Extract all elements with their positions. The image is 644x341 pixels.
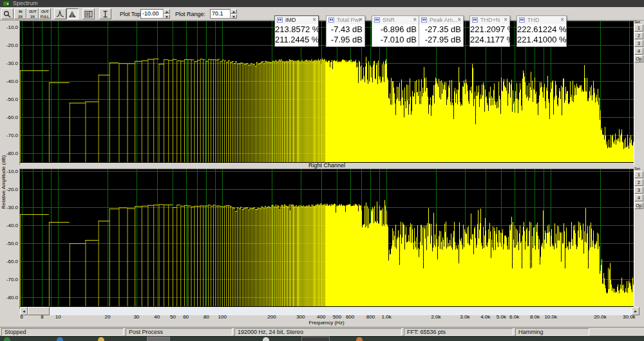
scroll-left-icon[interactable]: ◂ [20,307,28,315]
overlay-button-4[interactable]: 4 [634,194,643,201]
overlay-button-2[interactable]: 2 [634,179,643,186]
spectrum-plot-bottom[interactable] [20,169,634,306]
plot-frame-bottom [19,169,634,309]
taskbar-app-icon[interactable] [4,337,10,341]
spin-up-icon[interactable] [164,9,170,14]
taskbar-app-icon[interactable] [57,337,63,341]
y-tick-label: -30.0 [0,205,18,210]
scroll-right-icon[interactable]: ▸ [632,307,639,315]
meter-value: 221.41000 % [517,35,564,45]
magnifier-icon [2,10,13,18]
meter-window-icon [421,17,427,23]
overlay-button-2[interactable]: 2 [634,32,643,39]
bars-icon [67,10,78,18]
y-tick-label: -80.0 [0,151,18,156]
meter-title: Peak Am... [430,17,458,23]
y-tick-label: -10.0 [0,24,18,30]
solid-display-button[interactable] [66,8,79,19]
plot-overlay-panel: Set1234Op [634,166,644,210]
meter-value: 222.61224 % [517,24,564,35]
overlay-button-1[interactable]: 1 [634,24,643,32]
meter-value: -7.95 dB [327,35,363,45]
zoom-out-full-button[interactable]: OUTFULL [39,8,51,19]
meter-window-thd: THD×222.61224 %221.41000 % [516,15,567,47]
horizontal-scrollbar[interactable]: ◂ ▸ [20,307,639,315]
zoom-in-2x-button[interactable]: IN2X [14,8,26,19]
list-icon [83,10,94,18]
app-icon [3,1,10,6]
y-tick-label: -10.0 [0,169,18,174]
overlay-button-op[interactable]: Op [634,202,643,209]
plot-top-spinner[interactable] [164,9,170,19]
spin-down-icon[interactable] [231,14,237,19]
y-tick-label: -20.0 [0,187,18,192]
close-icon[interactable]: × [359,16,363,24]
meter-value: 213.8572 % [275,24,316,35]
meter-window-icon [519,17,525,23]
meter-titlebar[interactable]: SNR× [372,16,419,24]
meter-value: -27.35 dB [419,24,461,35]
overlay-button-3[interactable]: 3 [634,40,643,47]
plot-top-label: Plot Top: [120,11,142,17]
close-icon[interactable]: × [504,16,507,24]
y-tick-label: -50.0 [0,97,18,102]
marker-button[interactable] [99,8,111,19]
window-title: Spectrum [13,0,38,7]
plot-top-input[interactable]: -10.00 [140,9,164,19]
meter-value: -7.010 dB [372,35,417,45]
taskbar-app-icon[interactable] [263,337,269,341]
status-cell: FFT: 65536 pts [404,328,513,336]
y-tick-label: -20.0 [0,42,18,48]
peak-line-icon [55,10,66,18]
plot-range-label: Plot Range: [175,11,205,17]
close-icon[interactable]: × [457,16,461,24]
button-caption: IN [15,9,26,14]
meter-titlebar[interactable]: Total Pwr× [327,16,365,24]
overlay-button-op[interactable]: Op [634,55,643,62]
meter-titlebar[interactable]: IMD× [275,16,318,24]
taskbar-app-icon[interactable] [301,336,330,341]
plot-overlay-panel: Set1234Op [634,19,644,63]
status-cell: Hamming [515,328,589,336]
close-icon[interactable]: × [312,16,316,24]
meter-value: 221.2097 % [470,24,507,35]
meter-titlebar[interactable]: THD+N× [470,16,509,24]
button-caption: 2X [15,14,26,19]
meter-window-imd: IMD×213.8572 %211.2445 % [274,15,319,47]
meter-title: IMD [285,17,296,23]
spin-up-icon[interactable] [231,9,237,14]
meter-window-icon [277,17,283,23]
meter-title: SNR [383,17,395,23]
y-tick-label: -70.0 [0,277,18,282]
taskbar-app-icon[interactable] [98,337,104,341]
button-caption: FULL [39,14,50,19]
meter-window-icon [374,17,380,23]
meter-titlebar[interactable]: THD× [517,16,566,24]
y-tick-label: -40.0 [0,78,18,84]
plot-title-right-channel: Right Channel [20,163,634,169]
taskbar-app-icon[interactable] [356,337,363,341]
status-cell: Post Process [126,328,232,336]
overlay-button-1[interactable]: 1 [634,171,643,178]
plot-range-spinner[interactable] [231,9,237,19]
meter-window-peak-am-: Peak Am...×-27.35 dB-27.95 dB [419,15,464,47]
spin-down-icon[interactable] [164,14,170,19]
title-bar[interactable]: Spectrum [0,0,644,7]
status-cell: Stopped [1,328,124,336]
zoom-cursor-button[interactable] [1,8,14,19]
meter-value: 224.1177 % [470,35,507,45]
meter-titlebar[interactable]: Peak Am...× [419,16,463,24]
plot-range-input[interactable]: 70.1 [210,9,231,19]
overlay-caption: Set [634,166,644,171]
overlay-button-4[interactable]: 4 [634,48,643,55]
close-icon[interactable]: × [560,16,564,24]
overlay-button-3[interactable]: 3 [634,187,643,194]
x-axis-title: Frequency (Hz) [275,320,378,326]
taskbar-app-icon[interactable] [147,336,170,341]
close-icon[interactable]: × [413,16,417,24]
scrollbar-thumb[interactable] [28,307,50,315]
y-tick-label: -50.0 [0,241,18,246]
zoom-out-2x-button[interactable]: OUT2X [26,8,39,19]
line-display-button[interactable] [54,8,66,19]
options-button[interactable] [82,8,95,19]
